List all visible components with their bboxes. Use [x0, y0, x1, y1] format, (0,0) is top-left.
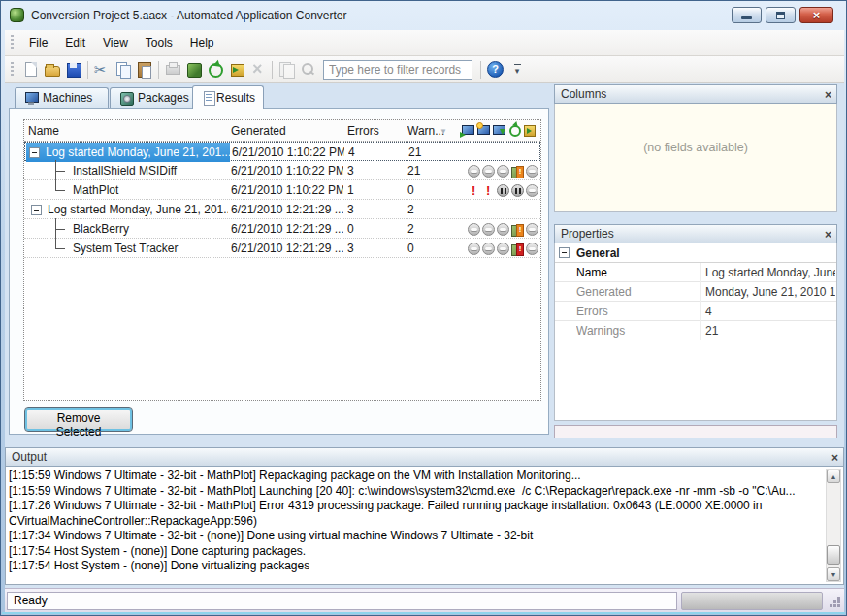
none-status-icon	[468, 165, 480, 178]
app-icon	[10, 8, 24, 22]
row-errors: 3	[347, 239, 404, 258]
group-expander[interactable]	[559, 247, 570, 258]
none-status-icon	[497, 165, 509, 178]
status-icons	[457, 161, 538, 180]
none-status-icon	[497, 223, 509, 236]
convert-icon[interactable]	[206, 60, 225, 79]
build-package-icon[interactable]	[184, 60, 204, 79]
property-group[interactable]: General	[555, 243, 836, 263]
output-close-icon[interactable]: ×	[831, 449, 838, 467]
paste-icon[interactable]	[135, 60, 154, 79]
title-bar[interactable]: Conversion Project 5.aacx - Automated Ap…	[1, 1, 846, 30]
toolbar-overflow-button[interactable]: ▾	[510, 64, 524, 75]
property-row[interactable]: Warnings 21	[555, 321, 836, 340]
close-button[interactable]: ×	[799, 7, 833, 23]
menu-view[interactable]: View	[94, 32, 137, 53]
help-icon[interactable]: ?	[487, 61, 504, 78]
row-generated: 6/21/2010 1:10:22 PM	[231, 161, 343, 180]
table-row[interactable]: System Test Tracker 6/21/2010 12:21:29 .…	[24, 239, 540, 258]
remove-selected-button[interactable]: Remove Selected	[25, 408, 132, 431]
menu-tools[interactable]: Tools	[137, 32, 181, 53]
property-row[interactable]: Errors 4	[555, 302, 836, 321]
output-scrollbar[interactable]: ▲ ▼	[826, 469, 841, 582]
row-name: MathPlot	[28, 180, 228, 200]
install-column-icon[interactable]	[523, 123, 537, 137]
properties-close-icon[interactable]: ×	[825, 226, 831, 243]
table-row[interactable]: InstallShield MSIDiff 6/21/2010 1:10:22 …	[24, 161, 540, 180]
tab-results[interactable]: Results	[192, 85, 264, 109]
progress-bar	[681, 592, 823, 610]
snapshot-vm-icon[interactable]	[476, 123, 490, 137]
scroll-up-icon[interactable]: ▲	[827, 470, 840, 483]
deploy-vm-icon[interactable]	[461, 123, 474, 137]
new-file-icon[interactable]	[21, 60, 41, 79]
table-row[interactable]: Log started Monday, June 21, 201... 6/21…	[24, 200, 540, 219]
property-description-strip	[554, 425, 837, 438]
output-line: [1:15:59 Windows 7 Ultimate - 32-bit - M…	[9, 469, 824, 484]
row-errors: 3	[347, 200, 404, 219]
tab-packages-label: Packages	[138, 91, 189, 105]
tab-results-label: Results	[216, 91, 255, 105]
minimize-button[interactable]	[732, 7, 762, 23]
scroll-down-icon[interactable]: ▼	[827, 567, 840, 581]
capture-vm-icon[interactable]	[492, 123, 505, 137]
output-panel-header: Output ×	[5, 447, 844, 467]
output-panel-body: [1:15:59 Windows 7 Ultimate - 32-bit - M…	[5, 467, 844, 585]
table-row[interactable]: BlackBerry 6/21/2010 12:21:29 ... 0 2	[24, 219, 540, 239]
output-line: [1:17:26 Windows 7 Ultimate - 32-bit - M…	[9, 499, 824, 514]
columns-panel-title: Columns	[561, 87, 606, 101]
menu-help[interactable]: Help	[181, 32, 223, 53]
table-row[interactable]: MathPlot 6/21/2010 1:10:22 PM 1 0	[24, 180, 540, 200]
capture-printer-icon[interactable]	[163, 60, 182, 79]
toolbar-separator	[272, 61, 273, 79]
pkg-error-status-icon	[511, 243, 524, 255]
column-header-generated[interactable]: Generated	[231, 120, 343, 142]
window-controls: ×	[732, 7, 833, 23]
filter-input[interactable]	[323, 60, 472, 80]
collapse-expander[interactable]	[31, 205, 42, 215]
group-label: General	[576, 246, 620, 260]
menu-grip[interactable]	[11, 35, 14, 50]
property-row[interactable]: Name Log started Monday, June	[555, 263, 836, 282]
toolbar-separator	[87, 61, 88, 79]
pause-status-icon	[497, 184, 509, 197]
resize-grip[interactable]	[830, 604, 832, 607]
property-row[interactable]: Generated Monday, June 21, 2010 1:10	[555, 282, 836, 302]
output-panel-title: Output	[12, 450, 47, 464]
menu-edit[interactable]: Edit	[56, 32, 94, 53]
column-header-errors[interactable]: Errors	[347, 120, 404, 142]
column-header-name[interactable]: Name	[28, 120, 228, 142]
maximize-button[interactable]	[766, 7, 796, 23]
sort-arrow-icon[interactable]: ▼	[440, 127, 447, 136]
chevron-down-icon: ▾	[515, 66, 520, 76]
collapse-expander[interactable]	[29, 147, 40, 158]
tab-machines[interactable]: Machines	[15, 87, 109, 108]
columns-close-icon[interactable]: ×	[825, 86, 831, 104]
machines-icon	[23, 91, 39, 105]
cut-icon[interactable]	[92, 60, 112, 79]
tab-packages[interactable]: Packages	[110, 87, 201, 108]
delete-icon[interactable]	[248, 60, 268, 79]
row-warnings: 21	[408, 143, 455, 162]
property-value: Log started Monday, June	[700, 263, 835, 282]
toolbar-grip[interactable]	[11, 62, 14, 78]
find-icon[interactable]	[298, 60, 317, 79]
row-name: Log started Monday, June 21, 201...	[46, 143, 230, 162]
row-name: System Test Tracker	[28, 239, 228, 258]
properties-panel-header: Properties ×	[554, 224, 837, 243]
convert-column-icon[interactable]	[507, 123, 521, 137]
open-project-icon[interactable]	[43, 60, 62, 79]
table-row[interactable]: Log started Monday, June 21, 201... 6/21…	[24, 142, 540, 161]
row-name: Log started Monday, June 21, 201...	[48, 200, 228, 219]
packages-icon	[118, 91, 134, 105]
overflow-bar-icon	[514, 64, 521, 65]
copy-icon[interactable]	[114, 60, 133, 79]
scrollbar-thumb[interactable]	[827, 545, 840, 565]
results-tab-page: Name Generated Errors Warn... ▼ Log star…	[9, 108, 549, 435]
save-project-icon[interactable]	[64, 60, 83, 79]
menu-file[interactable]: File	[20, 32, 56, 53]
report-icon[interactable]	[277, 60, 296, 79]
row-errors: 4	[348, 143, 405, 162]
install-package-icon[interactable]	[227, 60, 246, 79]
row-warnings: 0	[407, 180, 454, 200]
